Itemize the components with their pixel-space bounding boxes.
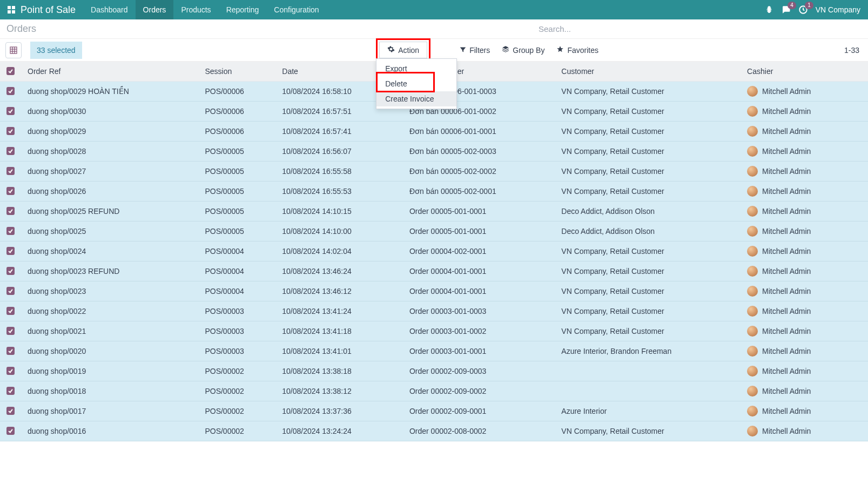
row-checkbox[interactable] [6, 167, 15, 175]
cell-receipt: Đơn bán 00005-002-0001 [403, 182, 555, 202]
apps-icon[interactable] [5, 4, 17, 16]
svg-rect-5 [10, 47, 17, 53]
avatar [747, 86, 758, 97]
cashier-name: Mitchell Admin [762, 427, 811, 435]
filters-button[interactable]: Filters [460, 46, 490, 55]
row-checkbox[interactable] [6, 307, 15, 315]
cell-date: 10/08/2024 13:38:18 [275, 361, 403, 381]
cashier-name: Mitchell Admin [762, 107, 811, 116]
table-row[interactable]: duong shop/0025POS/0000510/08/2024 14:10… [0, 221, 868, 241]
cell-date: 10/08/2024 13:37:36 [275, 401, 403, 421]
action-menu-delete[interactable]: Delete [376, 76, 456, 91]
messaging-badge: 4 [788, 2, 796, 9]
messaging-icon[interactable]: 4 [781, 5, 791, 15]
cell-customer: VN Company, Retail Customer [555, 82, 741, 102]
cell-date: 10/08/2024 14:10:00 [275, 221, 403, 241]
cell-customer: Azure Interior [555, 401, 741, 421]
row-checkbox[interactable] [6, 427, 15, 435]
row-checkbox[interactable] [6, 327, 15, 335]
th-customer[interactable]: Customer [555, 62, 741, 82]
row-checkbox[interactable] [6, 227, 15, 235]
table-row[interactable]: duong shop/0023 REFUNDPOS/0000410/08/202… [0, 261, 868, 281]
row-checkbox[interactable] [6, 347, 15, 355]
cell-order-ref: duong shop/0016 [21, 421, 198, 441]
cell-cashier: Mitchell Admin [741, 221, 868, 241]
company-menu[interactable]: VN Company [816, 5, 860, 14]
cell-session: POS/00003 [198, 341, 275, 361]
cell-order-ref: duong shop/0026 [21, 182, 198, 202]
orders-table-wrap: Order Ref Session Date Receipt Number Cu… [0, 62, 868, 441]
debug-icon[interactable] [765, 5, 773, 14]
cell-session: POS/00005 [198, 202, 275, 221]
table-row[interactable]: duong shop/0016POS/0000210/08/2024 13:24… [0, 421, 868, 441]
table-row[interactable]: duong shop/0025 REFUNDPOS/0000510/08/202… [0, 202, 868, 221]
cell-date: 10/08/2024 16:57:41 [275, 122, 403, 142]
cell-receipt: Order 00002-008-0002 [403, 421, 555, 441]
cell-order-ref: duong shop/0023 REFUND [21, 261, 198, 281]
row-checkbox[interactable] [6, 107, 15, 115]
cell-date: 10/08/2024 13:41:24 [275, 301, 403, 321]
row-checkbox[interactable] [6, 127, 15, 135]
pager[interactable]: 1-33 [844, 46, 863, 55]
cell-cashier: Mitchell Admin [741, 401, 868, 421]
row-checkbox[interactable] [6, 287, 15, 295]
th-cashier[interactable]: Cashier [741, 62, 868, 82]
row-checkbox[interactable] [6, 207, 15, 215]
table-row[interactable]: duong shop/0026POS/0000510/08/2024 16:55… [0, 182, 868, 202]
activities-icon[interactable]: 1 [798, 5, 808, 15]
table-row[interactable]: duong shop/0029POS/0000610/08/2024 16:57… [0, 122, 868, 142]
row-checkbox[interactable] [6, 87, 15, 95]
brand-title[interactable]: Point of Sale [21, 4, 76, 16]
list-view-toggle[interactable] [5, 42, 22, 58]
table-row[interactable]: duong shop/0021POS/0000310/08/2024 13:41… [0, 321, 868, 341]
table-row[interactable]: duong shop/0024POS/0000410/08/2024 14:02… [0, 241, 868, 261]
action-menu-export[interactable]: Export [376, 61, 456, 76]
th-session[interactable]: Session [198, 62, 275, 82]
cell-cashier: Mitchell Admin [741, 162, 868, 182]
avatar [747, 406, 758, 417]
cell-session: POS/00006 [198, 82, 275, 102]
cell-date: 10/08/2024 13:41:18 [275, 321, 403, 341]
cell-order-ref: duong shop/0021 [21, 321, 198, 341]
table-row[interactable]: duong shop/0018POS/0000210/08/2024 13:38… [0, 381, 868, 401]
row-checkbox[interactable] [6, 367, 15, 375]
table-row[interactable]: duong shop/0023POS/0000410/08/2024 13:46… [0, 281, 868, 301]
layers-icon [502, 45, 509, 55]
table-row[interactable]: duong shop/0027POS/0000510/08/2024 16:55… [0, 162, 868, 182]
cell-receipt: Order 00005-001-0001 [403, 202, 555, 221]
row-checkbox[interactable] [6, 267, 15, 275]
table-row[interactable]: duong shop/0020POS/0000310/08/2024 13:41… [0, 341, 868, 361]
page-title: Orders [6, 23, 36, 35]
row-checkbox[interactable] [6, 247, 15, 255]
cell-customer: VN Company, Retail Customer [555, 261, 741, 281]
avatar [747, 106, 758, 117]
table-row[interactable]: duong shop/0019POS/0000210/08/2024 13:38… [0, 361, 868, 381]
cell-receipt: Đơn bán 00005-002-0003 [403, 142, 555, 162]
nav-products[interactable]: Products [173, 0, 218, 19]
nav-orders[interactable]: Orders [136, 0, 174, 19]
action-button[interactable]: Action [379, 42, 427, 58]
table-row[interactable]: duong shop/0028POS/0000510/08/2024 16:56… [0, 142, 868, 162]
row-checkbox[interactable] [6, 147, 15, 155]
cell-order-ref: duong shop/0025 [21, 221, 198, 241]
nav-configuration[interactable]: Configuration [266, 0, 326, 19]
action-menu-create-invoice[interactable]: Create Invoice [376, 91, 456, 106]
cell-customer: VN Company, Retail Customer [555, 122, 741, 142]
row-checkbox[interactable] [6, 407, 15, 415]
nav-dashboard[interactable]: Dashboard [83, 0, 136, 19]
table-row[interactable]: duong shop/0022POS/0000310/08/2024 13:41… [0, 301, 868, 321]
row-checkbox[interactable] [6, 187, 15, 195]
avatar [747, 326, 758, 337]
selection-count[interactable]: 33 selected [30, 42, 82, 59]
cell-session: POS/00003 [198, 301, 275, 321]
row-checkbox[interactable] [6, 387, 15, 395]
nav-reporting[interactable]: Reporting [219, 0, 267, 19]
select-all-checkbox[interactable] [6, 67, 15, 75]
search-input[interactable] [537, 22, 862, 36]
favorites-button[interactable]: Favorites [556, 45, 598, 55]
action-label: Action [398, 46, 419, 55]
groupby-button[interactable]: Group By [502, 45, 544, 55]
table-row[interactable]: duong shop/0017POS/0000210/08/2024 13:37… [0, 401, 868, 421]
th-order-ref[interactable]: Order Ref [21, 62, 198, 82]
cell-date: 10/08/2024 13:38:12 [275, 381, 403, 401]
